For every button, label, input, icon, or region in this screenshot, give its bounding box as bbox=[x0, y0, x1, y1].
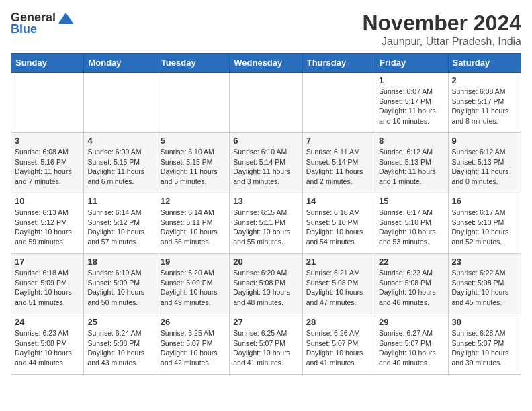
day-info: Sunrise: 6:16 AMSunset: 5:10 PMDaylight:… bbox=[306, 208, 371, 247]
day-info: Sunrise: 6:26 AMSunset: 5:07 PMDaylight:… bbox=[306, 328, 371, 368]
day-number: 20 bbox=[233, 257, 298, 267]
day-number: 12 bbox=[161, 196, 226, 206]
day-info: Sunrise: 6:24 AMSunset: 5:08 PMDaylight:… bbox=[87, 328, 152, 368]
col-header-saturday: Saturday bbox=[448, 54, 521, 73]
day-number: 16 bbox=[452, 196, 517, 206]
logo-blue: Blue bbox=[11, 22, 37, 36]
day-info: Sunrise: 6:15 AMSunset: 5:11 PMDaylight:… bbox=[233, 208, 298, 247]
day-number: 19 bbox=[161, 257, 226, 267]
day-number: 13 bbox=[233, 196, 298, 206]
day-cell: 18Sunrise: 6:19 AMSunset: 5:09 PMDayligh… bbox=[84, 254, 157, 314]
logo-icon bbox=[58, 13, 73, 24]
day-info: Sunrise: 6:21 AMSunset: 5:08 PMDaylight:… bbox=[306, 268, 371, 308]
logo: General Blue bbox=[11, 11, 73, 36]
col-header-friday: Friday bbox=[375, 54, 448, 73]
day-cell: 2Sunrise: 6:08 AMSunset: 5:17 PMDaylight… bbox=[448, 73, 521, 133]
col-header-sunday: Sunday bbox=[11, 54, 84, 73]
title-area: November 2024 Jaunpur, Uttar Pradesh, In… bbox=[362, 11, 521, 48]
day-info: Sunrise: 6:12 AMSunset: 5:13 PMDaylight:… bbox=[452, 147, 517, 187]
day-cell: 1Sunrise: 6:07 AMSunset: 5:17 PMDaylight… bbox=[375, 73, 448, 133]
day-number: 30 bbox=[452, 317, 517, 327]
day-number: 14 bbox=[306, 196, 371, 206]
day-number: 1 bbox=[379, 75, 444, 85]
day-cell: 10Sunrise: 6:13 AMSunset: 5:12 PMDayligh… bbox=[11, 193, 84, 254]
week-row-1: 1Sunrise: 6:07 AMSunset: 5:17 PMDaylight… bbox=[11, 73, 521, 133]
day-info: Sunrise: 6:23 AMSunset: 5:08 PMDaylight:… bbox=[15, 328, 80, 368]
day-number: 9 bbox=[452, 136, 517, 146]
day-cell bbox=[302, 73, 375, 133]
day-cell: 5Sunrise: 6:10 AMSunset: 5:15 PMDaylight… bbox=[157, 133, 229, 193]
day-info: Sunrise: 6:27 AMSunset: 5:07 PMDaylight:… bbox=[379, 328, 444, 368]
day-cell: 27Sunrise: 6:25 AMSunset: 5:07 PMDayligh… bbox=[230, 314, 302, 375]
day-cell: 9Sunrise: 6:12 AMSunset: 5:13 PMDaylight… bbox=[448, 133, 521, 193]
day-number: 4 bbox=[87, 136, 152, 146]
day-number: 8 bbox=[379, 136, 444, 146]
day-info: Sunrise: 6:22 AMSunset: 5:08 PMDaylight:… bbox=[452, 268, 517, 308]
day-number: 27 bbox=[233, 317, 298, 327]
day-number: 22 bbox=[379, 257, 444, 267]
day-cell: 6Sunrise: 6:10 AMSunset: 5:14 PMDaylight… bbox=[230, 133, 302, 193]
week-row-4: 17Sunrise: 6:18 AMSunset: 5:09 PMDayligh… bbox=[11, 254, 521, 314]
day-number: 11 bbox=[87, 196, 152, 206]
header: General Blue November 2024 Jaunpur, Utta… bbox=[11, 11, 521, 48]
day-cell: 25Sunrise: 6:24 AMSunset: 5:08 PMDayligh… bbox=[84, 314, 157, 375]
day-cell: 13Sunrise: 6:15 AMSunset: 5:11 PMDayligh… bbox=[230, 193, 302, 254]
day-number: 26 bbox=[161, 317, 226, 327]
day-number: 7 bbox=[306, 136, 371, 146]
day-info: Sunrise: 6:14 AMSunset: 5:11 PMDaylight:… bbox=[161, 208, 226, 247]
day-info: Sunrise: 6:08 AMSunset: 5:16 PMDaylight:… bbox=[15, 147, 80, 187]
day-number: 17 bbox=[15, 257, 80, 267]
day-info: Sunrise: 6:14 AMSunset: 5:12 PMDaylight:… bbox=[87, 208, 152, 247]
day-cell: 30Sunrise: 6:28 AMSunset: 5:07 PMDayligh… bbox=[448, 314, 521, 375]
day-number: 18 bbox=[87, 257, 152, 267]
day-cell: 26Sunrise: 6:25 AMSunset: 5:07 PMDayligh… bbox=[157, 314, 229, 375]
svg-marker-0 bbox=[58, 13, 73, 24]
day-number: 2 bbox=[452, 75, 517, 85]
col-header-wednesday: Wednesday bbox=[230, 54, 302, 73]
day-cell bbox=[11, 73, 84, 133]
day-cell: 4Sunrise: 6:09 AMSunset: 5:15 PMDaylight… bbox=[84, 133, 157, 193]
month-title: November 2024 bbox=[362, 11, 521, 36]
day-cell bbox=[230, 73, 302, 133]
day-cell: 24Sunrise: 6:23 AMSunset: 5:08 PMDayligh… bbox=[11, 314, 84, 375]
day-number: 28 bbox=[306, 317, 371, 327]
day-cell: 19Sunrise: 6:20 AMSunset: 5:09 PMDayligh… bbox=[157, 254, 229, 314]
location: Jaunpur, Uttar Pradesh, India bbox=[362, 36, 521, 48]
day-number: 15 bbox=[379, 196, 444, 206]
day-info: Sunrise: 6:18 AMSunset: 5:09 PMDaylight:… bbox=[15, 268, 80, 308]
day-number: 21 bbox=[306, 257, 371, 267]
day-number: 10 bbox=[15, 196, 80, 206]
col-header-tuesday: Tuesday bbox=[157, 54, 229, 73]
col-header-thursday: Thursday bbox=[302, 54, 375, 73]
day-info: Sunrise: 6:08 AMSunset: 5:17 PMDaylight:… bbox=[452, 87, 517, 126]
day-cell: 15Sunrise: 6:17 AMSunset: 5:10 PMDayligh… bbox=[375, 193, 448, 254]
day-cell: 8Sunrise: 6:12 AMSunset: 5:13 PMDaylight… bbox=[375, 133, 448, 193]
day-cell: 17Sunrise: 6:18 AMSunset: 5:09 PMDayligh… bbox=[11, 254, 84, 314]
day-info: Sunrise: 6:11 AMSunset: 5:14 PMDaylight:… bbox=[306, 147, 371, 187]
week-row-3: 10Sunrise: 6:13 AMSunset: 5:12 PMDayligh… bbox=[11, 193, 521, 254]
day-number: 3 bbox=[15, 136, 80, 146]
day-number: 29 bbox=[379, 317, 444, 327]
day-info: Sunrise: 6:17 AMSunset: 5:10 PMDaylight:… bbox=[452, 208, 517, 247]
day-info: Sunrise: 6:25 AMSunset: 5:07 PMDaylight:… bbox=[161, 328, 226, 368]
day-info: Sunrise: 6:28 AMSunset: 5:07 PMDaylight:… bbox=[452, 328, 517, 368]
day-cell bbox=[157, 73, 229, 133]
day-cell: 7Sunrise: 6:11 AMSunset: 5:14 PMDaylight… bbox=[302, 133, 375, 193]
day-info: Sunrise: 6:20 AMSunset: 5:09 PMDaylight:… bbox=[161, 268, 226, 308]
day-cell: 20Sunrise: 6:20 AMSunset: 5:08 PMDayligh… bbox=[230, 254, 302, 314]
day-cell: 12Sunrise: 6:14 AMSunset: 5:11 PMDayligh… bbox=[157, 193, 229, 254]
day-cell: 16Sunrise: 6:17 AMSunset: 5:10 PMDayligh… bbox=[448, 193, 521, 254]
day-cell: 3Sunrise: 6:08 AMSunset: 5:16 PMDaylight… bbox=[11, 133, 84, 193]
day-info: Sunrise: 6:09 AMSunset: 5:15 PMDaylight:… bbox=[87, 147, 152, 187]
day-number: 5 bbox=[161, 136, 226, 146]
day-info: Sunrise: 6:20 AMSunset: 5:08 PMDaylight:… bbox=[233, 268, 298, 308]
day-number: 23 bbox=[452, 257, 517, 267]
day-number: 24 bbox=[15, 317, 80, 327]
day-cell: 22Sunrise: 6:22 AMSunset: 5:08 PMDayligh… bbox=[375, 254, 448, 314]
day-number: 25 bbox=[87, 317, 152, 327]
day-cell: 23Sunrise: 6:22 AMSunset: 5:08 PMDayligh… bbox=[448, 254, 521, 314]
day-cell: 11Sunrise: 6:14 AMSunset: 5:12 PMDayligh… bbox=[84, 193, 157, 254]
week-row-5: 24Sunrise: 6:23 AMSunset: 5:08 PMDayligh… bbox=[11, 314, 521, 375]
day-cell: 14Sunrise: 6:16 AMSunset: 5:10 PMDayligh… bbox=[302, 193, 375, 254]
week-row-2: 3Sunrise: 6:08 AMSunset: 5:16 PMDaylight… bbox=[11, 133, 521, 193]
